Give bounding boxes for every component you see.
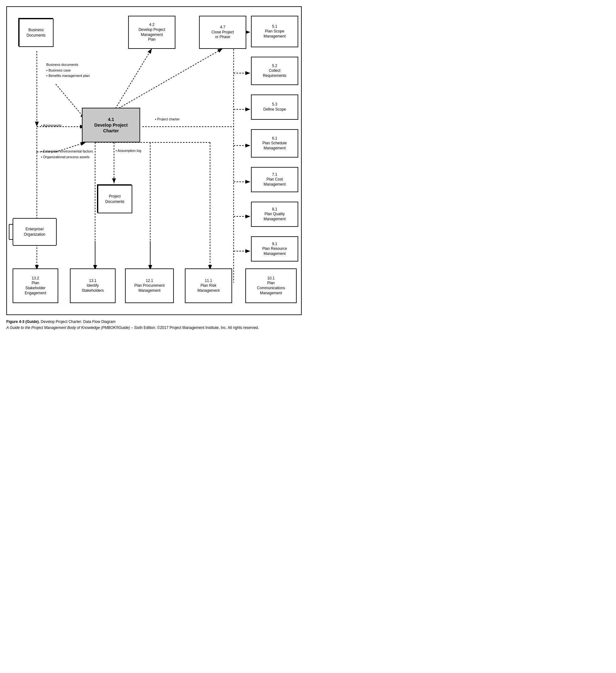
box-61-label: 6.1Plan ScheduleManagement	[262, 136, 287, 151]
label-eef: • Enterprise environmental factors • Org…	[41, 149, 107, 160]
box-61: 6.1Plan ScheduleManagement	[251, 129, 298, 158]
project-documents: ProjectDocuments	[92, 182, 137, 216]
box-42: 4.2Develop ProjectManagementPlan	[128, 16, 176, 49]
box-121: 12.1Plan ProcurementManagement	[125, 268, 174, 303]
label-project-charter: • Project charter	[155, 117, 180, 121]
box-101: 10.1PlanCommunicationsManagement	[245, 268, 297, 303]
svg-line-4	[56, 84, 85, 119]
box-111: 11.1Plan RiskManagement	[185, 268, 232, 303]
box-53-label: 5.3Define Scope	[263, 102, 286, 112]
svg-line-9	[114, 48, 223, 111]
box-53: 5.3Define Scope	[251, 94, 298, 120]
copyright-text2: – Sixth Edition. ©2017 Project Managemen…	[131, 325, 259, 330]
project-documents-label: ProjectDocuments	[105, 194, 124, 204]
box-51-label: 5.1Plan ScopeManagement	[264, 24, 286, 39]
figure-title: Develop Project Charter: Data Flow Diagr…	[41, 319, 115, 324]
svg-line-8	[114, 48, 152, 111]
copyright-text: A Guide to the Project Management Body o…	[6, 325, 130, 330]
box-81: 8.1Plan QualityManagement	[251, 202, 298, 227]
box-132-label: 13.2PlanStakeholderEngagement	[25, 276, 46, 295]
box-91-label: 9.1Plan ResourceManagement	[262, 242, 287, 256]
box-91: 9.1Plan ResourceManagement	[251, 236, 298, 261]
label-assumption-log: • Assumption log	[115, 149, 141, 153]
box-52: 5.2CollectRequirements	[251, 57, 298, 85]
business-documents: Business Documents	[13, 14, 59, 52]
box-132: 13.2PlanStakeholderEngagement	[13, 268, 58, 303]
box-131: 13.1IdentifyStakeholders	[70, 268, 115, 303]
figure-label: Figure 4-3 (Guide).	[6, 319, 40, 324]
enterprise-org-label: Enterprise/Organization	[24, 227, 45, 237]
box-121-label: 12.1Plan ProcurementManagement	[134, 278, 165, 293]
box-101-label: 10.1PlanCommunicationsManagement	[257, 276, 285, 295]
business-documents-label: Business Documents	[26, 28, 46, 37]
box-131-label: 13.1IdentifyStakeholders	[81, 278, 103, 293]
box-47: 4.7Close Projector Phase	[199, 16, 246, 49]
diagram-container: Business Documents 4.2Develop ProjectMan…	[6, 6, 302, 315]
page: Business Documents 4.2Develop ProjectMan…	[0, 0, 308, 337]
box-41-label: 4.1Develop ProjectCharter	[94, 117, 128, 134]
box-52-label: 5.2CollectRequirements	[263, 64, 287, 78]
caption: Figure 4-3 (Guide). Develop Project Char…	[6, 319, 302, 331]
label-business-docs-list: Business documents • Business case • Ben…	[46, 62, 109, 79]
box-71: 7.1Plan CostManagement	[251, 167, 298, 192]
box-51: 5.1Plan ScopeManagement	[251, 16, 298, 47]
box-81-label: 8.1Plan QualityManagement	[264, 207, 286, 222]
box-111-label: 11.1Plan RiskManagement	[198, 278, 220, 293]
label-agreements: • Agreements	[41, 124, 62, 127]
box-71-label: 7.1Plan CostManagement	[264, 172, 286, 187]
box-42-label: 4.2Develop ProjectManagementPlan	[138, 22, 165, 42]
box-47-label: 4.7Close Projector Phase	[211, 25, 234, 40]
enterprise-org: Enterprise/Organization	[13, 218, 58, 246]
box-41: 4.1Develop ProjectCharter	[82, 108, 140, 143]
